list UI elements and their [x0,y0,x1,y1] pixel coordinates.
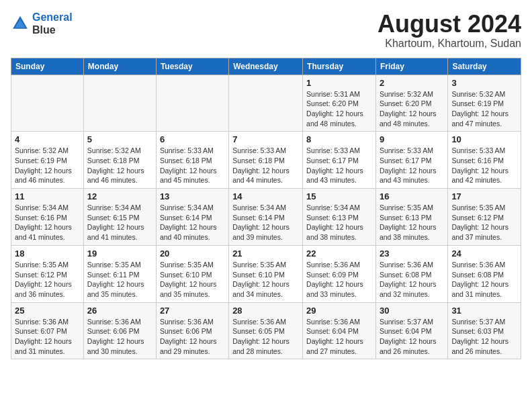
day-number: 31 [451,306,517,316]
day-detail: Sunrise: 5:32 AM Sunset: 6:19 PM Dayligh… [451,89,517,129]
calendar-cell: 21Sunrise: 5:35 AM Sunset: 6:10 PM Dayli… [229,245,303,302]
day-number: 21 [232,248,299,259]
calendar-cell [11,75,84,132]
day-detail: Sunrise: 5:33 AM Sunset: 6:18 PM Dayligh… [232,146,299,185]
logo-icon [11,14,30,33]
day-number: 10 [451,134,517,144]
calendar-cell: 20Sunrise: 5:35 AM Sunset: 6:10 PM Dayli… [156,245,228,302]
title-block: August 2024 Khartoum, Khartoum, Sudan [378,11,521,50]
calendar-cell: 4Sunrise: 5:32 AM Sunset: 6:19 PM Daylig… [11,132,84,189]
day-detail: Sunrise: 5:36 AM Sunset: 6:08 PM Dayligh… [380,260,444,300]
calendar-cell: 11Sunrise: 5:34 AM Sunset: 6:16 PM Dayli… [11,189,84,246]
day-number: 4 [15,134,80,144]
day-detail: Sunrise: 5:33 AM Sunset: 6:18 PM Dayligh… [160,146,225,185]
calendar-cell: 1Sunrise: 5:31 AM Sunset: 6:20 PM Daylig… [303,75,376,132]
day-number: 7 [232,134,299,144]
day-number: 1 [306,78,372,88]
calendar-table: SundayMondayTuesdayWednesdayThursdayFrid… [11,58,521,360]
day-number: 26 [87,306,152,316]
calendar-cell: 7Sunrise: 5:33 AM Sunset: 6:18 PM Daylig… [229,132,303,189]
day-detail: Sunrise: 5:35 AM Sunset: 6:10 PM Dayligh… [232,260,299,300]
day-detail: Sunrise: 5:33 AM Sunset: 6:17 PM Dayligh… [380,146,444,185]
day-number: 6 [160,134,225,144]
calendar-cell: 18Sunrise: 5:35 AM Sunset: 6:12 PM Dayli… [11,245,84,302]
calendar-cell [83,75,156,132]
calendar-cell [229,75,303,132]
calendar-cell: 27Sunrise: 5:36 AM Sunset: 6:06 PM Dayli… [156,302,228,359]
weekday-header: Saturday [448,58,521,75]
day-number: 14 [232,191,299,201]
day-number: 28 [232,306,299,316]
day-detail: Sunrise: 5:36 AM Sunset: 6:06 PM Dayligh… [160,317,225,357]
calendar-cell: 8Sunrise: 5:33 AM Sunset: 6:17 PM Daylig… [303,132,376,189]
day-number: 22 [306,248,372,259]
calendar-cell: 14Sunrise: 5:34 AM Sunset: 6:14 PM Dayli… [229,189,303,246]
day-number: 15 [306,191,372,201]
day-number: 19 [87,248,152,259]
day-detail: Sunrise: 5:34 AM Sunset: 6:13 PM Dayligh… [306,203,372,242]
calendar-cell: 22Sunrise: 5:36 AM Sunset: 6:09 PM Dayli… [303,245,376,302]
day-detail: Sunrise: 5:32 AM Sunset: 6:20 PM Dayligh… [380,89,444,129]
day-detail: Sunrise: 5:34 AM Sunset: 6:16 PM Dayligh… [15,203,80,242]
day-detail: Sunrise: 5:35 AM Sunset: 6:13 PM Dayligh… [380,203,444,242]
calendar-cell: 28Sunrise: 5:36 AM Sunset: 6:05 PM Dayli… [229,302,303,359]
day-detail: Sunrise: 5:35 AM Sunset: 6:10 PM Dayligh… [160,260,225,300]
day-number: 11 [15,191,80,201]
day-number: 23 [380,248,444,259]
day-number: 25 [15,306,80,316]
day-number: 9 [380,134,444,144]
weekday-header: Tuesday [156,58,228,75]
day-detail: Sunrise: 5:35 AM Sunset: 6:12 PM Dayligh… [15,260,80,300]
weekday-header: Wednesday [229,58,303,75]
day-number: 13 [160,191,225,201]
calendar-cell: 5Sunrise: 5:32 AM Sunset: 6:18 PM Daylig… [83,132,156,189]
logo-line1: General [32,11,73,23]
day-detail: Sunrise: 5:33 AM Sunset: 6:17 PM Dayligh… [306,146,372,185]
weekday-header: Sunday [11,58,84,75]
day-number: 2 [380,78,444,88]
day-detail: Sunrise: 5:35 AM Sunset: 6:12 PM Dayligh… [451,203,517,242]
calendar-cell: 10Sunrise: 5:33 AM Sunset: 6:16 PM Dayli… [448,132,521,189]
weekday-header: Friday [375,58,447,75]
day-number: 16 [380,191,444,201]
day-detail: Sunrise: 5:37 AM Sunset: 6:03 PM Dayligh… [451,317,517,357]
calendar-cell: 19Sunrise: 5:35 AM Sunset: 6:11 PM Dayli… [83,245,156,302]
month-year: August 2024 [378,11,521,38]
calendar-cell: 30Sunrise: 5:37 AM Sunset: 6:04 PM Dayli… [375,302,447,359]
day-detail: Sunrise: 5:36 AM Sunset: 6:04 PM Dayligh… [306,317,372,357]
location: Khartoum, Khartoum, Sudan [378,38,521,50]
day-detail: Sunrise: 5:32 AM Sunset: 6:18 PM Dayligh… [87,146,152,185]
day-number: 17 [451,191,517,201]
logo: General Blue [11,11,73,36]
day-detail: Sunrise: 5:33 AM Sunset: 6:16 PM Dayligh… [451,146,517,185]
day-number: 12 [87,191,152,201]
calendar-cell: 17Sunrise: 5:35 AM Sunset: 6:12 PM Dayli… [448,189,521,246]
day-number: 20 [160,248,225,259]
weekday-header: Monday [83,58,156,75]
calendar-cell: 31Sunrise: 5:37 AM Sunset: 6:03 PM Dayli… [448,302,521,359]
day-detail: Sunrise: 5:35 AM Sunset: 6:11 PM Dayligh… [87,260,152,300]
calendar-cell: 25Sunrise: 5:36 AM Sunset: 6:07 PM Dayli… [11,302,84,359]
day-detail: Sunrise: 5:37 AM Sunset: 6:04 PM Dayligh… [380,317,444,357]
calendar-cell: 24Sunrise: 5:36 AM Sunset: 6:08 PM Dayli… [448,245,521,302]
day-detail: Sunrise: 5:36 AM Sunset: 6:06 PM Dayligh… [87,317,152,357]
calendar-cell: 16Sunrise: 5:35 AM Sunset: 6:13 PM Dayli… [375,189,447,246]
page-header: General Blue August 2024 Khartoum, Khart… [11,11,521,50]
day-number: 3 [451,78,517,88]
day-number: 29 [306,306,372,316]
day-detail: Sunrise: 5:36 AM Sunset: 6:05 PM Dayligh… [232,317,299,357]
day-number: 18 [15,248,80,259]
calendar-cell: 2Sunrise: 5:32 AM Sunset: 6:20 PM Daylig… [375,75,447,132]
calendar-cell: 13Sunrise: 5:34 AM Sunset: 6:14 PM Dayli… [156,189,228,246]
day-detail: Sunrise: 5:34 AM Sunset: 6:15 PM Dayligh… [87,203,152,242]
day-detail: Sunrise: 5:32 AM Sunset: 6:19 PM Dayligh… [15,146,80,185]
calendar-cell: 29Sunrise: 5:36 AM Sunset: 6:04 PM Dayli… [303,302,376,359]
calendar-cell [156,75,228,132]
calendar-cell: 6Sunrise: 5:33 AM Sunset: 6:18 PM Daylig… [156,132,228,189]
day-detail: Sunrise: 5:36 AM Sunset: 6:07 PM Dayligh… [15,317,80,357]
day-number: 5 [87,134,152,144]
logo-line2: Blue [32,24,73,36]
day-detail: Sunrise: 5:36 AM Sunset: 6:09 PM Dayligh… [306,260,372,300]
day-number: 30 [380,306,444,316]
day-detail: Sunrise: 5:34 AM Sunset: 6:14 PM Dayligh… [160,203,225,242]
